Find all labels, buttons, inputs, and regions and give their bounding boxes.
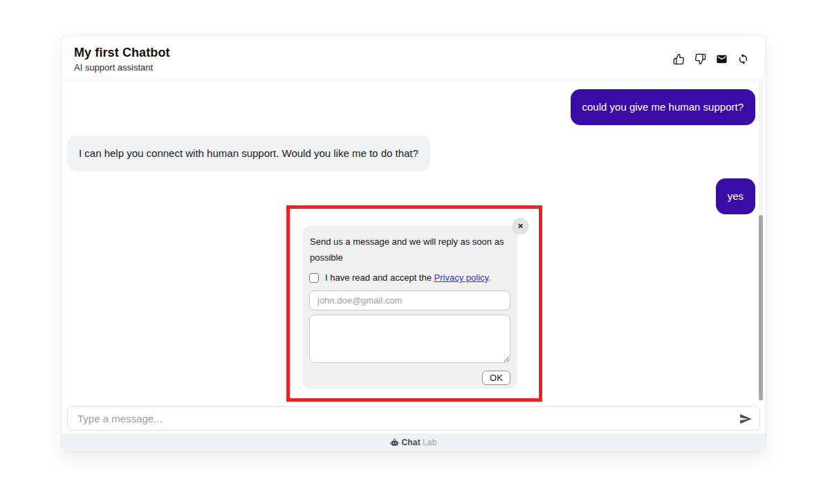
- message-textarea[interactable]: [309, 315, 510, 363]
- send-icon: [737, 412, 754, 426]
- send-button[interactable]: [737, 411, 755, 427]
- scrollbar-thumb[interactable]: [759, 215, 763, 400]
- ok-button[interactable]: OK: [482, 371, 510, 385]
- chat-widget: My first Chatbot AI support assistant: [61, 35, 766, 452]
- privacy-consent-checkbox[interactable]: [309, 273, 319, 283]
- brand-name-light: Lab: [423, 438, 437, 447]
- envelope-icon[interactable]: [715, 53, 728, 65]
- chat-header-titles: My first Chatbot AI support assistant: [74, 46, 170, 73]
- chat-subtitle: AI support assistant: [74, 62, 170, 73]
- contact-form-card: × Send us a message and we will reply as…: [303, 225, 517, 388]
- ok-button-row: OK: [309, 371, 510, 385]
- privacy-policy-link[interactable]: Privacy policy: [434, 272, 489, 283]
- brand-name-bold: Chat: [401, 438, 420, 447]
- page-background: My first Chatbot AI support assistant: [0, 0, 830, 504]
- composer-bar: [62, 402, 766, 433]
- chatlab-robot-icon: [390, 438, 399, 447]
- chat-header: My first Chatbot AI support assistant: [62, 35, 766, 82]
- user-message-bubble: yes: [716, 178, 755, 214]
- refresh-icon[interactable]: [737, 53, 749, 65]
- contact-form-intro: Send us a message and we will reply as s…: [309, 234, 510, 265]
- chat-message-input[interactable]: [67, 406, 760, 431]
- consent-text: I have read and accept the: [325, 272, 434, 283]
- consent-label: I have read and accept the Privacy polic…: [325, 272, 491, 283]
- chat-title: My first Chatbot: [74, 46, 170, 60]
- thumbs-up-icon[interactable]: [672, 53, 685, 65]
- branding-footer[interactable]: ChatLab: [62, 433, 766, 451]
- chat-message-area: could you give me human support? I can h…: [62, 82, 766, 402]
- user-message-bubble: could you give me human support?: [571, 89, 755, 125]
- bot-message-bubble: I can help you connect with human suppor…: [67, 136, 430, 171]
- consent-period: .: [488, 272, 491, 283]
- close-icon[interactable]: ×: [513, 218, 528, 234]
- thumbs-down-icon[interactable]: [694, 53, 706, 65]
- header-icons: [672, 53, 753, 65]
- email-input[interactable]: [309, 290, 510, 310]
- consent-row: I have read and accept the Privacy polic…: [309, 272, 510, 283]
